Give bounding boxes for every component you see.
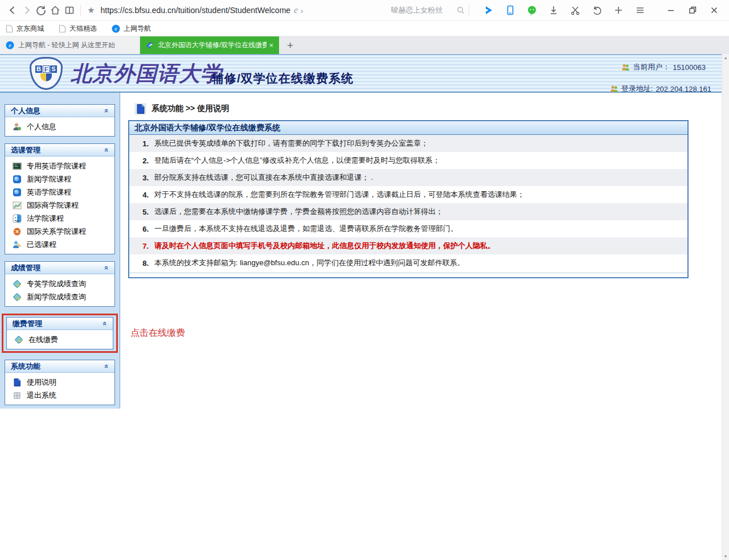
logo-letter: B bbox=[35, 65, 42, 73]
new-tab-icon[interactable]: + bbox=[287, 39, 293, 54]
sidebar-item-logout[interactable]: 退出系统 bbox=[5, 389, 114, 402]
scroll-up-icon[interactable]: ▲ bbox=[724, 56, 728, 60]
browser-window: ★ https://cs.bfsu.edu.cn/tuition/student… bbox=[0, 0, 729, 560]
search-box[interactable]: 晙赫恋上女粉丝 bbox=[391, 5, 465, 15]
sidebar-item-label: 退出系统 bbox=[27, 390, 56, 401]
collapse-chevron-icon[interactable]: « bbox=[103, 364, 111, 368]
search-icon[interactable] bbox=[456, 6, 465, 15]
globe-icon bbox=[13, 227, 22, 236]
sidebar-item-journalism-courses[interactable]: 新闻学院课程 bbox=[5, 172, 114, 186]
wechat-icon[interactable] bbox=[523, 2, 541, 18]
compatibility-ie-icon[interactable]: e bbox=[294, 5, 298, 15]
download-icon[interactable] bbox=[544, 2, 563, 18]
home-icon[interactable] bbox=[48, 2, 63, 18]
sidebar-item-personal-info[interactable]: 个人信息 bbox=[5, 120, 114, 133]
notice-text: 一旦缴费后，本系统不支持在线退选及退费，如需退选、退费请联系所在学院教务管理部门… bbox=[154, 224, 458, 234]
collapse-chevron-icon[interactable]: « bbox=[103, 266, 111, 270]
grade-key-icon bbox=[13, 293, 22, 302]
sidebar-item-business-courses[interactable]: 国际商学院课程 bbox=[5, 199, 114, 212]
annotation-click-online-payment: 点击在线缴费 bbox=[130, 327, 722, 339]
address-expand-icon[interactable]: › bbox=[300, 6, 303, 15]
scroll-down-icon[interactable]: ▼ bbox=[724, 554, 728, 558]
undo-icon[interactable] bbox=[588, 2, 606, 18]
add-icon[interactable] bbox=[609, 2, 628, 18]
logo-letters: BFS bbox=[35, 65, 57, 73]
sidebar-item-label: 已选课程 bbox=[27, 240, 56, 250]
bookmark-tmall[interactable]: 天猫精选 bbox=[59, 24, 97, 34]
section-header-personal-info[interactable]: 个人信息 « bbox=[5, 105, 114, 117]
logo-letter: S bbox=[50, 65, 57, 73]
section-header-course-selection[interactable]: 选课管理 « bbox=[5, 144, 114, 157]
sidebar-item-label: 法学院课程 bbox=[27, 213, 64, 224]
menu-icon[interactable] bbox=[631, 2, 649, 18]
tab-nav-home[interactable]: e 上网导航 - 轻快上网 从这里开始 bbox=[0, 36, 140, 54]
sidebar-item-selected-courses[interactable]: 已选课程 bbox=[5, 238, 114, 251]
svg-text:e: e bbox=[9, 42, 11, 48]
page-scrollbar[interactable]: ▲ ▼ bbox=[722, 54, 729, 560]
notice-text: 系统已提供专英成绩单的下载打印，请有需要的同学下载打印后到专英办公室盖章； bbox=[154, 138, 428, 149]
sidebar-item-label: 专用英语学院课程 bbox=[27, 161, 86, 171]
person-writing-icon bbox=[13, 240, 22, 249]
logo-letter: F bbox=[43, 65, 50, 73]
section-payment: 缴费管理 « 在线缴费 bbox=[6, 317, 113, 349]
sidebar-item-law-courses[interactable]: 法学院课程 bbox=[5, 212, 114, 225]
sidebar-item-label: 在线缴费 bbox=[28, 335, 58, 345]
users-icon bbox=[621, 63, 630, 71]
notice-text: 对于不支持在线选课的院系，您需要到所在学院教务管理部门选课，选课截止日后，可登陆… bbox=[154, 190, 525, 200]
section-header-grades[interactable]: 成绩管理 « bbox=[5, 262, 114, 274]
finder-face-icon bbox=[13, 214, 22, 223]
blue-app-icon bbox=[13, 175, 22, 184]
sidebar-item-label: 个人信息 bbox=[27, 122, 56, 132]
current-user-label: 当前用户： bbox=[633, 62, 670, 72]
tab-bfsu-tuition[interactable]: 北京外国语大学辅修/双学位在线缴费系统 × bbox=[140, 36, 279, 54]
browser-toolbar: ★ https://cs.bfsu.edu.cn/tuition/student… bbox=[0, 0, 729, 21]
section-title: 成绩管理 bbox=[11, 263, 40, 273]
notice-number: 1. bbox=[136, 139, 149, 148]
payment-section-highlight-box: 缴费管理 « 在线缴费 bbox=[2, 314, 118, 353]
instructions-box-title: 北京外国语大学辅修/双学位在线缴费系统 bbox=[129, 121, 687, 135]
notice-number: 4. bbox=[136, 191, 149, 199]
sidebar-item-journalism-grades-query[interactable]: 新闻学院成绩查询 bbox=[5, 290, 114, 303]
toolbar-divider bbox=[469, 5, 469, 15]
toolbar-actions bbox=[480, 2, 649, 18]
restore-icon[interactable] bbox=[683, 2, 702, 18]
notice-item-privacy-warning: 7. 请及时在个人信息页面中填写手机号及校内邮箱地址，此信息仅用于校内发放通知使… bbox=[129, 237, 687, 254]
sidebar-item-english-courses[interactable]: 英语学院课程 bbox=[5, 186, 114, 199]
tab-close-icon[interactable]: × bbox=[269, 41, 273, 50]
screenshot-scissors-icon[interactable] bbox=[566, 2, 584, 18]
sidebar-item-label: 新闻学院课程 bbox=[27, 174, 71, 184]
section-header-payment[interactable]: 缴费管理 « bbox=[7, 318, 113, 330]
bfsu-logo: BFS bbox=[30, 57, 63, 90]
document-icon bbox=[134, 103, 146, 115]
collapse-chevron-icon[interactable]: « bbox=[103, 109, 111, 113]
bookmark-jd[interactable]: 京东商城 bbox=[6, 24, 44, 34]
video-play-icon[interactable] bbox=[480, 2, 498, 18]
sidebar-item-online-payment[interactable]: 在线缴费 bbox=[7, 333, 113, 346]
sidebar: 个人信息 « 个人信息 选课管理 « 专用英语学院课程 bbox=[0, 93, 120, 409]
refresh-icon[interactable] bbox=[34, 2, 48, 18]
forward-icon[interactable] bbox=[20, 2, 34, 18]
close-icon[interactable] bbox=[705, 2, 723, 18]
collapse-chevron-icon[interactable]: « bbox=[101, 322, 109, 326]
bookmark-label: 上网导航 bbox=[124, 24, 151, 34]
sidebar-item-english-grades-query[interactable]: 专英学院成绩查询 bbox=[5, 277, 114, 290]
search-input[interactable]: 晙赫恋上女粉丝 bbox=[391, 5, 456, 15]
address-url[interactable]: https://cs.bfsu.edu.cn/tuition/student/S… bbox=[101, 6, 291, 15]
sidebar-item-instructions[interactable]: 使用说明 bbox=[5, 376, 114, 389]
sidebar-item-international-relations-courses[interactable]: 国际关系学院课程 bbox=[5, 225, 114, 238]
login-address-value: 202.204.128.161 bbox=[656, 85, 711, 93]
mobile-phone-icon[interactable] bbox=[501, 2, 519, 18]
back-icon[interactable] bbox=[6, 2, 20, 18]
sidebar-item-english-special-courses[interactable]: 专用英语学院课程 bbox=[5, 159, 114, 172]
bookmark-nav[interactable]: e 上网导航 bbox=[112, 24, 151, 34]
collapse-chevron-icon[interactable]: « bbox=[103, 148, 111, 152]
section-title: 缴费管理 bbox=[13, 319, 42, 329]
favorite-star-icon[interactable]: ★ bbox=[84, 2, 99, 18]
window-controls bbox=[662, 2, 723, 18]
section-personal-info: 个人信息 « 个人信息 bbox=[5, 104, 115, 137]
minimize-icon[interactable] bbox=[662, 2, 680, 18]
users-icon bbox=[610, 85, 619, 93]
page-icon bbox=[59, 24, 66, 33]
reading-mode-icon[interactable] bbox=[63, 2, 77, 18]
section-header-system[interactable]: 系统功能 « bbox=[5, 360, 114, 373]
